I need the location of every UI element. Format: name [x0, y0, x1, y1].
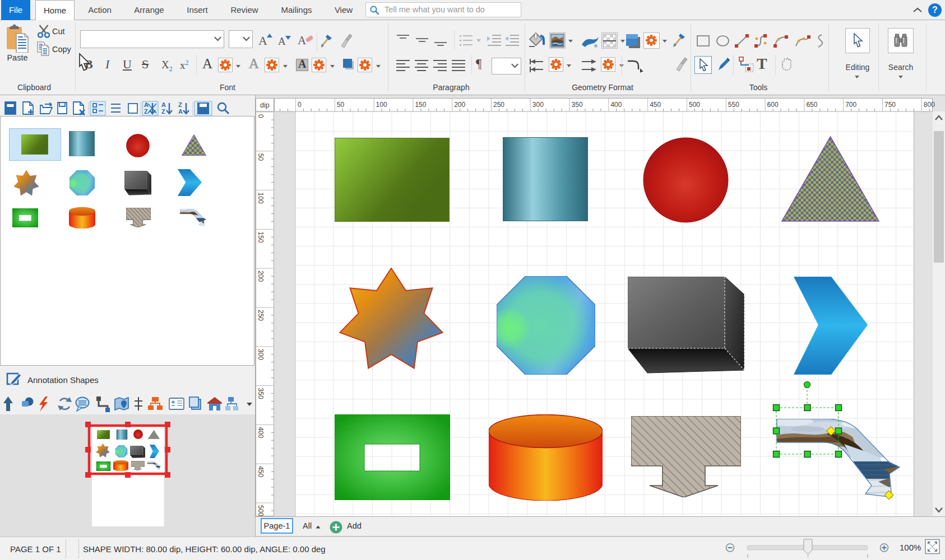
svg-text:250: 250	[493, 101, 504, 109]
svg-text:150: 150	[415, 101, 426, 109]
svg-text:350: 350	[572, 101, 583, 109]
svg-text:550: 550	[728, 101, 739, 109]
svg-text:A: A	[161, 101, 166, 108]
svg-text:Z: Z	[144, 108, 148, 115]
svg-text:400: 400	[610, 101, 622, 109]
svg-text:700: 700	[845, 101, 856, 109]
svg-text:100%: 100%	[900, 543, 921, 552]
svg-text:Z: Z	[161, 108, 165, 115]
svg-text:650: 650	[806, 101, 817, 109]
svg-text:50: 50	[337, 101, 345, 109]
svg-text:A: A	[178, 108, 183, 115]
svg-text:Z: Z	[178, 101, 182, 108]
svg-text:0: 0	[257, 114, 265, 118]
svg-text:750: 750	[884, 101, 896, 109]
svg-text:300: 300	[257, 349, 265, 360]
svg-text:300: 300	[532, 101, 544, 109]
svg-text:450: 450	[257, 466, 265, 477]
svg-text:250: 250	[257, 310, 265, 321]
svg-text:500: 500	[257, 505, 265, 516]
svg-text:600: 600	[767, 101, 779, 109]
svg-text:A: A	[144, 101, 149, 108]
svg-text:400: 400	[257, 427, 265, 438]
svg-text:800: 800	[924, 101, 935, 109]
svg-text:500: 500	[689, 101, 700, 109]
svg-text:100: 100	[376, 101, 387, 109]
svg-text:200: 200	[454, 101, 465, 109]
svg-text:450: 450	[650, 101, 661, 109]
svg-text:50: 50	[257, 153, 265, 161]
svg-text:0: 0	[298, 101, 302, 109]
svg-text:150: 150	[257, 231, 265, 242]
svg-text:200: 200	[257, 270, 265, 282]
svg-text:dip: dip	[260, 101, 270, 109]
svg-text:350: 350	[257, 388, 265, 399]
svg-text:100: 100	[257, 193, 265, 204]
